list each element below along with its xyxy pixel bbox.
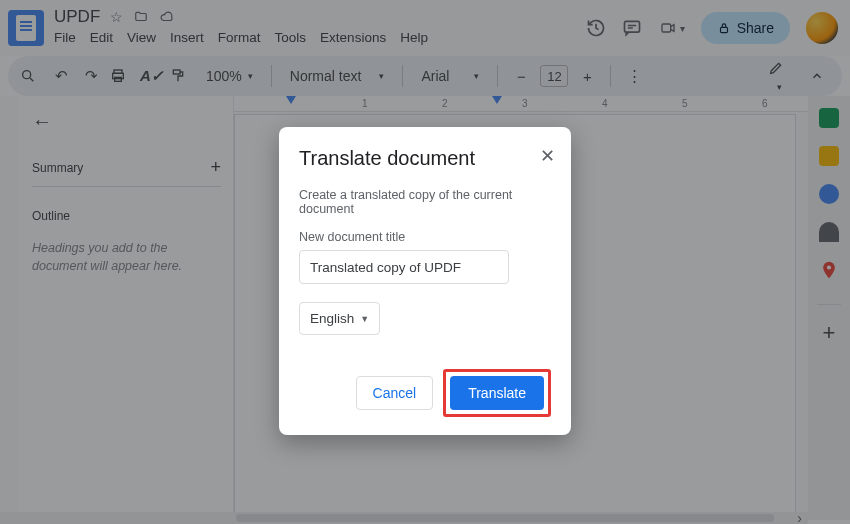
language-value: English [310,311,354,326]
dialog-description: Create a translated copy of the current … [299,188,551,216]
close-icon[interactable]: ✕ [540,145,555,167]
dialog-title: Translate document [299,147,551,170]
modal-scrim: Translate document ✕ Create a translated… [0,0,850,524]
new-title-input[interactable] [299,250,509,284]
cancel-button[interactable]: Cancel [356,376,434,410]
app-root: UPDF ☆ File Edit View Insert Format Tool… [0,0,850,524]
dialog-actions: Cancel Translate [299,369,551,417]
callout-highlight: Translate [443,369,551,417]
translate-dialog: Translate document ✕ Create a translated… [279,127,571,435]
translate-button[interactable]: Translate [450,376,544,410]
language-selector[interactable]: English ▼ [299,302,380,335]
chevron-down-icon: ▼ [360,314,369,324]
title-field-label: New document title [299,230,551,244]
